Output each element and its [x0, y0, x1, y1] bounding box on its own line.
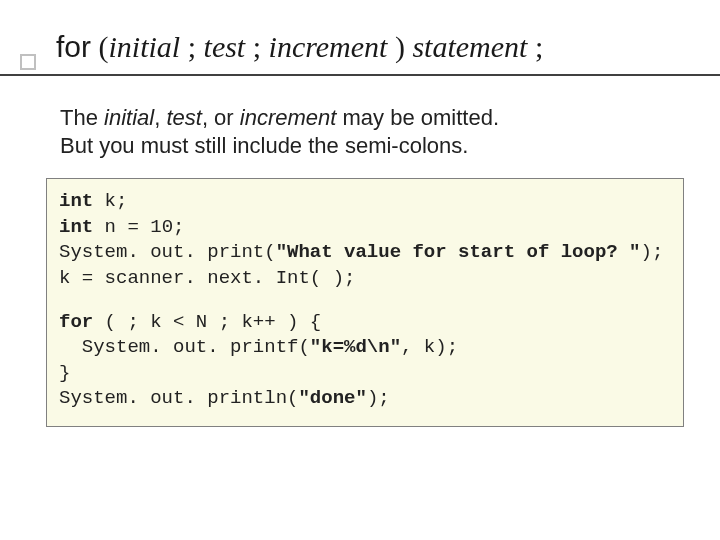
- title-initial: initial: [109, 30, 181, 63]
- body-text: The initial, test, or increment may be o…: [60, 104, 499, 159]
- code-l8: System. out. println(: [59, 387, 298, 409]
- code-line-1: int k;: [59, 189, 671, 215]
- body-l1a: The: [60, 105, 104, 130]
- code-line-6: System. out. printf("k=%d\n", k);: [59, 335, 671, 361]
- code-l3: System. out. print(: [59, 241, 276, 263]
- code-kw-int2: int: [59, 216, 93, 238]
- code-l6: System. out. printf(: [59, 336, 310, 358]
- code-line-4: k = scanner. next. Int( );: [59, 266, 671, 292]
- title-increment: increment: [269, 30, 388, 63]
- body-line-1: The initial, test, or increment may be o…: [60, 104, 499, 132]
- code-line-7: }: [59, 361, 671, 387]
- code-line-8: System. out. println("done");: [59, 386, 671, 412]
- code-l2b: n = 10;: [93, 216, 184, 238]
- slide-title: for (initial ; test ; increment ) statem…: [56, 30, 543, 64]
- title-keyword-for: for: [56, 30, 91, 63]
- title-lparen: (: [91, 30, 109, 63]
- code-gap: [59, 292, 671, 310]
- code-kw-int1: int: [59, 190, 93, 212]
- title-statement: statement: [412, 30, 527, 63]
- body-l1-increment: increment: [240, 105, 337, 130]
- title-tail: ;: [527, 30, 543, 63]
- body-l1c: , or: [202, 105, 240, 130]
- body-l1b: ,: [154, 105, 166, 130]
- code-line-3: System. out. print("What value for start…: [59, 240, 671, 266]
- body-l1d: may be omitted.: [336, 105, 499, 130]
- code-l3q: "What value for start of loop? ": [276, 241, 641, 263]
- title-rparen: ): [387, 30, 412, 63]
- body-l1-initial: initial: [104, 105, 154, 130]
- title-sep2: ;: [245, 30, 268, 63]
- title-sep1: ;: [180, 30, 203, 63]
- code-box: int k; int n = 10; System. out. print("W…: [46, 178, 684, 427]
- title-test: test: [204, 30, 246, 63]
- code-l8end: );: [367, 387, 390, 409]
- code-kw-for: for: [59, 311, 93, 333]
- code-l6end: , k);: [401, 336, 458, 358]
- code-line-5: for ( ; k < N ; k++ ) {: [59, 310, 671, 336]
- body-line-2: But you must still include the semi-colo…: [60, 132, 499, 160]
- decor-square: [20, 54, 36, 70]
- code-l1b: k;: [93, 190, 127, 212]
- title-underline: [0, 74, 720, 76]
- body-l1-test: test: [166, 105, 201, 130]
- code-l3end: );: [641, 241, 664, 263]
- code-l5b: ( ; k < N ; k++ ) {: [93, 311, 321, 333]
- code-l8q: "done": [298, 387, 366, 409]
- code-l6q: "k=%d\n": [310, 336, 401, 358]
- code-line-2: int n = 10;: [59, 215, 671, 241]
